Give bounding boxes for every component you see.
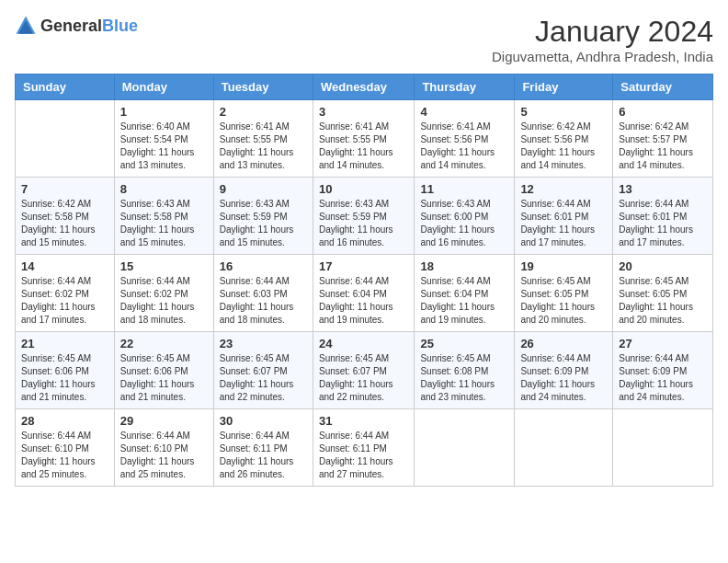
day-info: Sunrise: 6:42 AM Sunset: 5:56 PM Dayligh… [520,121,607,172]
day-info: Sunrise: 6:40 AM Sunset: 5:54 PM Dayligh… [120,121,208,172]
day-info: Sunrise: 6:44 AM Sunset: 6:09 PM Dayligh… [619,352,707,404]
day-number: 14 [21,259,108,273]
logo-icon [15,15,37,37]
weekday-header-row: SundayMondayTuesdayWednesdayThursdayFrid… [16,75,713,100]
calendar-table: SundayMondayTuesdayWednesdayThursdayFrid… [15,74,713,487]
title-block: January 2024 Diguvametta, Andhra Pradesh… [492,15,713,64]
calendar-cell: 16Sunrise: 6:44 AM Sunset: 6:03 PM Dayli… [213,255,313,332]
calendar-cell: 9Sunrise: 6:43 AM Sunset: 5:59 PM Daylig… [213,178,313,255]
day-info: Sunrise: 6:44 AM Sunset: 6:11 PM Dayligh… [220,430,307,481]
calendar-cell: 13Sunrise: 6:44 AM Sunset: 6:01 PM Dayli… [613,178,713,255]
logo-blue-text: Blue [102,17,138,35]
day-info: Sunrise: 6:43 AM Sunset: 5:59 PM Dayligh… [319,198,408,249]
calendar-cell: 10Sunrise: 6:43 AM Sunset: 5:59 PM Dayli… [313,178,414,255]
day-number: 31 [319,414,408,428]
calendar-cell: 20Sunrise: 6:45 AM Sunset: 6:05 PM Dayli… [613,255,713,332]
day-number: 23 [220,337,307,350]
day-number: 5 [520,105,607,119]
calendar-week-row: 21Sunrise: 6:45 AM Sunset: 6:06 PM Dayli… [16,332,713,409]
day-number: 15 [120,259,208,273]
month-year-title: January 2024 [492,15,713,49]
day-number: 25 [420,337,508,350]
calendar-cell: 31Sunrise: 6:44 AM Sunset: 6:11 PM Dayli… [313,409,414,487]
calendar-cell: 4Sunrise: 6:41 AM Sunset: 5:56 PM Daylig… [415,100,515,178]
calendar-cell: 28Sunrise: 6:44 AM Sunset: 6:10 PM Dayli… [16,409,115,487]
day-number: 22 [120,337,208,350]
calendar-cell: 1Sunrise: 6:40 AM Sunset: 5:54 PM Daylig… [114,100,213,178]
calendar-cell: 24Sunrise: 6:45 AM Sunset: 6:07 PM Dayli… [313,332,414,409]
calendar-cell: 21Sunrise: 6:45 AM Sunset: 6:06 PM Dayli… [16,332,115,409]
day-info: Sunrise: 6:45 AM Sunset: 6:05 PM Dayligh… [520,275,607,327]
weekday-header-monday: Monday [114,75,213,100]
day-number: 3 [319,105,408,119]
day-info: Sunrise: 6:45 AM Sunset: 6:08 PM Dayligh… [420,352,508,404]
day-number: 20 [619,259,707,273]
calendar-cell: 23Sunrise: 6:45 AM Sunset: 6:07 PM Dayli… [213,332,313,409]
logo: GeneralBlue [15,15,138,37]
calendar-cell [515,409,613,487]
location-subtitle: Diguvametta, Andhra Pradesh, India [492,49,713,64]
day-info: Sunrise: 6:44 AM Sunset: 6:04 PM Dayligh… [420,275,508,327]
day-number: 2 [220,105,307,119]
day-number: 27 [619,337,707,350]
weekday-header-sunday: Sunday [16,75,115,100]
day-number: 13 [619,182,707,196]
day-number: 8 [120,182,208,196]
day-info: Sunrise: 6:41 AM Sunset: 5:55 PM Dayligh… [319,121,408,172]
day-number: 30 [220,414,307,428]
day-info: Sunrise: 6:44 AM Sunset: 6:01 PM Dayligh… [520,198,607,249]
calendar-week-row: 1Sunrise: 6:40 AM Sunset: 5:54 PM Daylig… [16,100,713,178]
calendar-cell: 5Sunrise: 6:42 AM Sunset: 5:56 PM Daylig… [515,100,613,178]
day-number: 1 [120,105,208,119]
day-info: Sunrise: 6:44 AM Sunset: 6:11 PM Dayligh… [319,430,408,481]
calendar-cell: 19Sunrise: 6:45 AM Sunset: 6:05 PM Dayli… [515,255,613,332]
calendar-cell: 17Sunrise: 6:44 AM Sunset: 6:04 PM Dayli… [313,255,414,332]
day-info: Sunrise: 6:44 AM Sunset: 6:10 PM Dayligh… [120,430,208,481]
weekday-header-saturday: Saturday [613,75,713,100]
day-info: Sunrise: 6:44 AM Sunset: 6:01 PM Dayligh… [619,198,707,249]
day-info: Sunrise: 6:43 AM Sunset: 6:00 PM Dayligh… [420,198,508,249]
day-number: 18 [420,259,508,273]
day-info: Sunrise: 6:42 AM Sunset: 5:57 PM Dayligh… [619,121,707,172]
calendar-cell [415,409,515,487]
day-info: Sunrise: 6:44 AM Sunset: 6:04 PM Dayligh… [319,275,408,327]
calendar-cell: 14Sunrise: 6:44 AM Sunset: 6:02 PM Dayli… [16,255,115,332]
day-info: Sunrise: 6:44 AM Sunset: 6:10 PM Dayligh… [21,430,108,481]
day-info: Sunrise: 6:41 AM Sunset: 5:56 PM Dayligh… [420,121,508,172]
page-header: GeneralBlue January 2024 Diguvametta, An… [15,15,713,64]
calendar-week-row: 7Sunrise: 6:42 AM Sunset: 5:58 PM Daylig… [16,178,713,255]
day-number: 24 [319,337,408,350]
calendar-cell: 2Sunrise: 6:41 AM Sunset: 5:55 PM Daylig… [213,100,313,178]
calendar-cell: 12Sunrise: 6:44 AM Sunset: 6:01 PM Dayli… [515,178,613,255]
calendar-cell [613,409,713,487]
day-number: 17 [319,259,408,273]
day-number: 26 [520,337,607,350]
calendar-week-row: 28Sunrise: 6:44 AM Sunset: 6:10 PM Dayli… [16,409,713,487]
day-info: Sunrise: 6:45 AM Sunset: 6:06 PM Dayligh… [120,352,208,404]
day-info: Sunrise: 6:43 AM Sunset: 5:59 PM Dayligh… [220,198,307,249]
day-number: 19 [520,259,607,273]
calendar-cell: 30Sunrise: 6:44 AM Sunset: 6:11 PM Dayli… [213,409,313,487]
calendar-cell: 15Sunrise: 6:44 AM Sunset: 6:02 PM Dayli… [114,255,213,332]
day-number: 28 [21,414,108,428]
day-info: Sunrise: 6:44 AM Sunset: 6:03 PM Dayligh… [220,275,307,327]
calendar-cell: 6Sunrise: 6:42 AM Sunset: 5:57 PM Daylig… [613,100,713,178]
day-number: 6 [619,105,707,119]
weekday-header-tuesday: Tuesday [213,75,313,100]
day-number: 11 [420,182,508,196]
calendar-week-row: 14Sunrise: 6:44 AM Sunset: 6:02 PM Dayli… [16,255,713,332]
day-info: Sunrise: 6:45 AM Sunset: 6:06 PM Dayligh… [21,352,108,404]
calendar-cell: 29Sunrise: 6:44 AM Sunset: 6:10 PM Dayli… [114,409,213,487]
weekday-header-wednesday: Wednesday [313,75,414,100]
day-number: 7 [21,182,108,196]
day-info: Sunrise: 6:44 AM Sunset: 6:09 PM Dayligh… [520,352,607,404]
day-number: 4 [420,105,508,119]
day-info: Sunrise: 6:41 AM Sunset: 5:55 PM Dayligh… [220,121,307,172]
day-info: Sunrise: 6:45 AM Sunset: 6:07 PM Dayligh… [220,352,307,404]
day-info: Sunrise: 6:44 AM Sunset: 6:02 PM Dayligh… [120,275,208,327]
day-number: 21 [21,337,108,350]
calendar-cell: 22Sunrise: 6:45 AM Sunset: 6:06 PM Dayli… [114,332,213,409]
day-info: Sunrise: 6:44 AM Sunset: 6:02 PM Dayligh… [21,275,108,327]
calendar-cell [16,100,115,178]
calendar-cell: 27Sunrise: 6:44 AM Sunset: 6:09 PM Dayli… [613,332,713,409]
